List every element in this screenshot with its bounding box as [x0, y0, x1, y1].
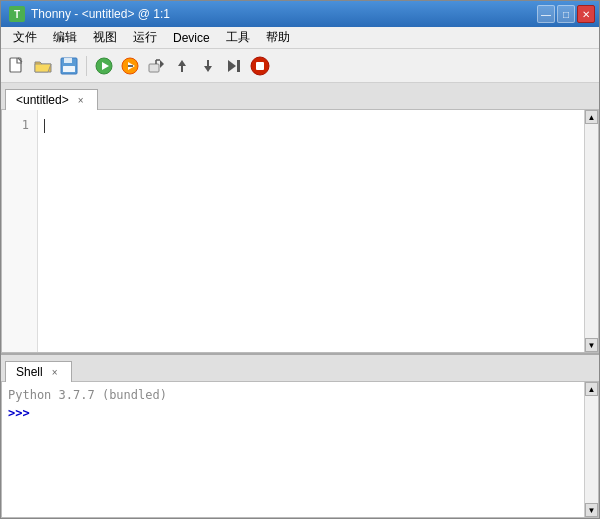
title-bar: T Thonny - <untitled> @ 1:1 — □ ✕: [1, 1, 599, 27]
svg-marker-14: [178, 60, 186, 66]
shell-prompt: >>>: [8, 404, 578, 422]
menu-item-device[interactable]: Device: [165, 29, 218, 47]
menu-item-file[interactable]: 文件: [5, 27, 45, 48]
shell-tab-close[interactable]: ×: [49, 366, 61, 378]
new-file-icon: [7, 56, 27, 76]
step-out-button[interactable]: [196, 54, 220, 78]
main-window: T Thonny - <untitled> @ 1:1 — □ ✕ 文件 编辑 …: [0, 0, 600, 519]
svg-marker-18: [228, 60, 236, 72]
shell-tab-bar: Shell ×: [1, 355, 599, 381]
editor-scrollbar[interactable]: ▲ ▼: [584, 110, 598, 352]
maximize-button[interactable]: □: [557, 5, 575, 23]
resume-icon: [224, 56, 244, 76]
editor-tab-untitled[interactable]: <untitled> ×: [5, 89, 98, 110]
shell-panel: Shell × Python 3.7.7 (bundled) >>> ▲ ▼: [1, 353, 599, 518]
svg-marker-17: [204, 66, 212, 72]
svg-rect-3: [64, 58, 72, 63]
code-content[interactable]: [38, 110, 584, 352]
step-over-icon: [146, 56, 166, 76]
scrollbar-track[interactable]: [585, 124, 598, 338]
shell-scrollbar-down-button[interactable]: ▼: [585, 503, 598, 517]
menu-item-tools[interactable]: 工具: [218, 27, 258, 48]
code-editor: 1 ▲ ▼: [1, 109, 599, 353]
open-file-icon: [33, 56, 53, 76]
step-out-icon: [198, 56, 218, 76]
toolbar-separator-1: [86, 56, 87, 76]
stop-icon: [249, 55, 271, 77]
title-bar-left: T Thonny - <untitled> @ 1:1: [9, 6, 170, 22]
line-numbers: 1: [2, 110, 38, 352]
editor-container: <untitled> × 1 ▲ ▼: [1, 83, 599, 353]
svg-rect-21: [256, 62, 264, 70]
editor-tab-bar: <untitled> ×: [1, 83, 599, 109]
resume-button[interactable]: [222, 54, 246, 78]
editor-tab-close[interactable]: ×: [75, 94, 87, 106]
title-controls: — □ ✕: [537, 5, 595, 23]
run-button[interactable]: [92, 54, 116, 78]
app-icon: T: [9, 6, 25, 22]
menu-item-edit[interactable]: 编辑: [45, 27, 85, 48]
shell-info-line: Python 3.7.7 (bundled): [8, 386, 578, 404]
svg-rect-10: [149, 64, 159, 72]
editor-tab-label: <untitled>: [16, 93, 69, 107]
save-file-button[interactable]: [57, 54, 81, 78]
shell-scrollbar-up-button[interactable]: ▲: [585, 382, 598, 396]
toolbar: [1, 49, 599, 83]
close-button[interactable]: ✕: [577, 5, 595, 23]
shell-tab-label: Shell: [16, 365, 43, 379]
new-file-button[interactable]: [5, 54, 29, 78]
scrollbar-down-button[interactable]: ▼: [585, 338, 598, 352]
shell-scrollbar[interactable]: ▲ ▼: [584, 382, 598, 517]
shell-scrollbar-track[interactable]: [585, 396, 598, 503]
svg-marker-11: [160, 60, 164, 68]
step-into-button[interactable]: [170, 54, 194, 78]
svg-rect-4: [63, 66, 75, 72]
menu-item-help[interactable]: 帮助: [258, 27, 298, 48]
svg-rect-19: [237, 60, 240, 72]
menu-item-view[interactable]: 视图: [85, 27, 125, 48]
save-file-icon: [59, 56, 79, 76]
text-cursor: [44, 119, 45, 133]
minimize-button[interactable]: —: [537, 5, 555, 23]
debug-icon: [120, 56, 140, 76]
debug-button[interactable]: [118, 54, 142, 78]
line-number-1: 1: [10, 116, 29, 134]
stop-button[interactable]: [248, 54, 272, 78]
shell-tab[interactable]: Shell ×: [5, 361, 72, 382]
shell-content: Python 3.7.7 (bundled) >>> ▲ ▼: [1, 381, 599, 518]
run-icon: [94, 56, 114, 76]
shell-text-area[interactable]: Python 3.7.7 (bundled) >>>: [2, 382, 584, 517]
open-file-button[interactable]: [31, 54, 55, 78]
step-over-button[interactable]: [144, 54, 168, 78]
window-title: Thonny - <untitled> @ 1:1: [31, 7, 170, 21]
step-into-icon: [172, 56, 192, 76]
menu-bar: 文件 编辑 视图 运行 Device 工具 帮助: [1, 27, 599, 49]
scrollbar-up-button[interactable]: ▲: [585, 110, 598, 124]
menu-item-run[interactable]: 运行: [125, 27, 165, 48]
